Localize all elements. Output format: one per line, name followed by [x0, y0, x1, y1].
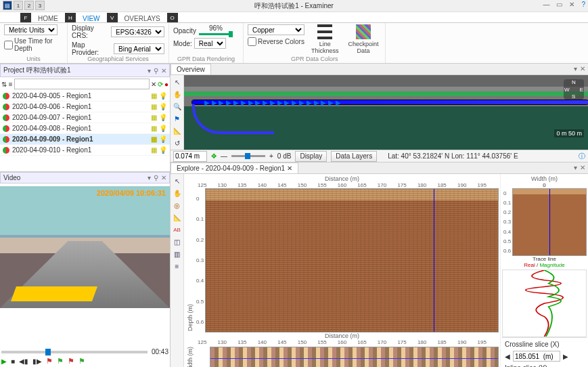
- line-thickness-button[interactable]: Line Thickness: [309, 24, 342, 54]
- project-item[interactable]: 2020-04-09-009 - Region1▦💡: [0, 134, 170, 145]
- ex-ab-icon[interactable]: AB: [173, 225, 182, 234]
- ex-crop-icon[interactable]: ◫: [173, 237, 182, 246]
- map-layers-button[interactable]: Data Layers: [331, 151, 377, 162]
- video-frame: 2020/04/09 10:06:31: [0, 186, 170, 308]
- item-grid-icon[interactable]: ▦: [151, 135, 157, 143]
- reverse-colors-checkbox[interactable]: [248, 37, 256, 46]
- filter-toggle-icon[interactable]: ⇅ ≡: [1, 81, 13, 88]
- axis-tick: 175: [397, 182, 406, 188]
- map-flag-tool-icon[interactable]: ⚑: [173, 114, 182, 123]
- overview-dropdown-icon[interactable]: ▾: [574, 65, 577, 73]
- minimize-button[interactable]: —: [543, 1, 549, 8]
- flag-green2-icon[interactable]: ⚑: [78, 357, 85, 366]
- project-item[interactable]: 2020-04-09-006 - Region1▦💡: [0, 102, 170, 112]
- play-button[interactable]: ▶: [1, 358, 7, 365]
- reset-tool-icon[interactable]: ↺: [173, 138, 182, 148]
- qat-1[interactable]: 1: [14, 1, 23, 10]
- crossline-input[interactable]: [513, 351, 560, 362]
- clear-search-icon[interactable]: ✕: [151, 81, 156, 88]
- opacity-slider[interactable]: [199, 33, 233, 35]
- map-display-button[interactable]: Display: [295, 151, 327, 162]
- ex-layers-icon[interactable]: ≡: [173, 261, 182, 271]
- qat-2[interactable]: 2: [24, 1, 34, 10]
- flag-green-icon[interactable]: ⚑: [57, 357, 64, 366]
- item-grid-icon[interactable]: ▦: [151, 125, 157, 132]
- video-close-icon[interactable]: ✕: [161, 174, 166, 181]
- project-close-icon[interactable]: ✕: [161, 67, 166, 74]
- ex-target-icon[interactable]: ◎: [173, 200, 182, 210]
- item-grid-icon[interactable]: ▦: [151, 114, 157, 121]
- crs-select[interactable]: EPSG:4326: [111, 26, 164, 37]
- pointer-tool-icon[interactable]: ↖: [173, 77, 182, 87]
- map-position-input[interactable]: [173, 151, 207, 162]
- record-icon[interactable]: ●: [164, 81, 168, 88]
- explore-dropdown-icon[interactable]: ▾: [574, 164, 577, 172]
- tab-overview[interactable]: Overview: [171, 64, 211, 74]
- zoom-tool-icon[interactable]: 🔍: [173, 102, 182, 111]
- item-grid-icon[interactable]: ▦: [151, 103, 157, 110]
- tab-overlays[interactable]: OVERLAYS: [119, 15, 166, 22]
- ex-cube-icon[interactable]: ▥: [173, 249, 182, 259]
- file-menu[interactable]: ▤: [3, 1, 12, 10]
- radargram-slice[interactable]: [210, 347, 499, 367]
- help-button[interactable]: ?: [581, 1, 585, 8]
- flag-red2-icon[interactable]: ⚑: [68, 357, 74, 366]
- width-scan[interactable]: [512, 188, 587, 256]
- bulb-icon[interactable]: 💡: [159, 103, 167, 110]
- cross-next-icon[interactable]: ▶: [563, 353, 568, 360]
- tab-explore[interactable]: Explore - 2020-04-09-009 - Region1 ✕: [171, 163, 298, 173]
- hand-tool-icon[interactable]: ✋: [173, 89, 182, 99]
- ex-pointer-icon[interactable]: ↖: [173, 176, 182, 186]
- bulb-icon[interactable]: 💡: [159, 146, 167, 154]
- map-info-icon[interactable]: ⓘ: [579, 152, 585, 161]
- bulb-icon[interactable]: 💡: [159, 114, 167, 121]
- video-scrub-slider[interactable]: [1, 351, 148, 353]
- project-item[interactable]: 2020-04-09-010 - Region1▦💡: [0, 145, 170, 156]
- measure-tool-icon[interactable]: 📐: [173, 126, 182, 135]
- project-item[interactable]: 2020-04-09-007 - Region1▦💡: [0, 112, 170, 123]
- link-icon[interactable]: ✥: [211, 152, 217, 160]
- project-item[interactable]: 2020-04-09-008 - Region1▦💡: [0, 123, 170, 134]
- provider-select[interactable]: Bing Aerial: [114, 43, 164, 54]
- tab-home[interactable]: HOME: [32, 15, 64, 22]
- project-search-input[interactable]: [14, 79, 150, 89]
- qat-3[interactable]: 3: [35, 1, 45, 10]
- tab-view[interactable]: VIEW: [77, 15, 106, 22]
- units-select[interactable]: Metric Units: [4, 24, 58, 35]
- ex-measure-icon[interactable]: 📐: [173, 213, 182, 222]
- step-fwd-button[interactable]: ▮▶: [32, 358, 42, 365]
- project-pin-icon[interactable]: ⚲: [154, 67, 158, 74]
- palette-select[interactable]: Copper: [248, 24, 304, 35]
- crossline-cursor[interactable]: [434, 189, 434, 332]
- step-back-button[interactable]: ◀▮: [19, 358, 28, 365]
- axis-tick: 0.1: [503, 200, 511, 206]
- explore-tab-close-icon[interactable]: ✕: [287, 165, 292, 172]
- overview-close-icon[interactable]: ✕: [580, 65, 585, 73]
- ex-hand-icon[interactable]: ✋: [173, 188, 182, 198]
- checkpoint-data-button[interactable]: Checkpoint Data: [345, 24, 381, 54]
- cross-prev-icon[interactable]: ◀: [505, 353, 510, 360]
- bulb-icon[interactable]: 💡: [159, 135, 167, 143]
- project-dropdown-icon[interactable]: ▾: [148, 67, 151, 74]
- status-dot-icon: [3, 114, 9, 121]
- close-button[interactable]: ✕: [569, 1, 574, 8]
- bulb-icon[interactable]: 💡: [159, 92, 167, 100]
- bulb-icon[interactable]: 💡: [159, 125, 167, 132]
- mode-select[interactable]: Real: [194, 38, 226, 49]
- flag-red-icon[interactable]: ⚑: [46, 357, 53, 366]
- radargram-main[interactable]: [205, 188, 499, 332]
- project-item[interactable]: 2020-04-09-005 - Region1▦💡: [0, 91, 170, 102]
- provider-label: Map Provider:: [72, 41, 112, 56]
- map-gain-slider[interactable]: [231, 155, 265, 157]
- video-dropdown-icon[interactable]: ▾: [148, 174, 151, 181]
- maximize-button[interactable]: ▭: [556, 1, 562, 8]
- map-view[interactable]: ▶ ▶ ▶ ▶ ▶ ▶ ▶ ▶ ▶ ▶ ▶ ▶ ▶ ▶ ▶ ▶ ▶ ▶ ▶ N …: [184, 75, 588, 150]
- item-grid-icon[interactable]: ▦: [151, 92, 157, 100]
- item-grid-icon[interactable]: ▦: [151, 146, 157, 154]
- explore-close-icon[interactable]: ✕: [580, 164, 585, 172]
- opacity-label: Opacity: [173, 27, 196, 35]
- stop-button[interactable]: ■: [11, 358, 15, 365]
- video-pin-icon[interactable]: ⚲: [154, 174, 158, 181]
- refresh-icon[interactable]: ⟳: [158, 81, 163, 88]
- use-time-checkbox[interactable]: [4, 41, 13, 49]
